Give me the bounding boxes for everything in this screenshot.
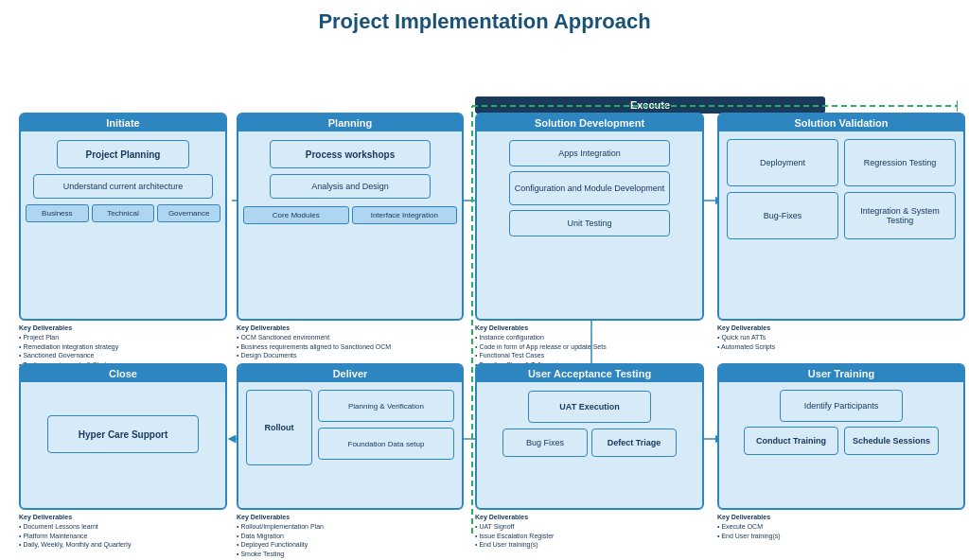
solution-validation-phase: Solution Validation Deployment Regressio… — [717, 113, 965, 321]
conduct-training-box: Conduct Training — [744, 427, 838, 455]
rollout-box: Rollout — [246, 390, 312, 465]
uat-execution-box: UAT Execution — [528, 391, 651, 423]
business-box: Business — [26, 204, 89, 222]
user-training-deliverables: Key Deliverables • Execute OCM • End Use… — [717, 513, 965, 540]
main-title: Project Implementation Approach — [11, 9, 958, 34]
technical-box: Technical — [92, 204, 155, 222]
close-header: Close — [21, 365, 225, 382]
diagram-area: Execute — [11, 42, 958, 534]
close-phase: Close Hyper Care Support — [19, 363, 227, 510]
deliver-deliverables: Key Deliverables • Rollout/Implementatio… — [237, 513, 464, 559]
planning-phase: Planning Process workshops Analysis and … — [237, 113, 464, 321]
execute-banner: Execute — [475, 96, 825, 114]
regression-testing-box: Regression Testing — [844, 139, 956, 186]
process-workshops-box: Process workshops — [270, 140, 431, 168]
governance-box: Governance — [157, 204, 220, 222]
solution-dev-phase: Solution Development Apps Integration Co… — [475, 113, 704, 321]
uat-header: User Acceptance Testing — [477, 365, 702, 382]
deliver-header: Deliver — [238, 365, 462, 382]
user-training-phase: User Training Identify Participants Cond… — [717, 363, 965, 510]
deliver-phase: Deliver Rollout Planning & Verification … — [237, 363, 464, 510]
apps-integration-box: Apps Integration — [509, 140, 670, 166]
solution-validation-header: Solution Validation — [719, 114, 963, 131]
interface-integration-box: Interface Integration — [352, 206, 458, 224]
integration-system-testing-box: Integration & System Testing — [844, 192, 956, 239]
page: Project Implementation Approach Execute — [0, 0, 969, 560]
bug-fixes-validation-box: Bug-Fixes — [727, 192, 838, 239]
schedule-sessions-box: Schedule Sessions — [844, 427, 939, 455]
deployment-box: Deployment — [727, 139, 838, 186]
analysis-design-box: Analysis and Design — [270, 174, 431, 199]
identify-participants-box: Identify Participants — [780, 390, 903, 422]
initiate-phase: Initiate Project Planning Understand cur… — [19, 113, 227, 321]
bug-fixes-uat-box: Bug Fixes — [502, 429, 588, 457]
uat-phase: User Acceptance Testing UAT Execution Bu… — [475, 363, 704, 510]
defect-triage-box: Defect Triage — [591, 429, 677, 457]
close-deliverables: Key Deliverables • Document Lessons lear… — [19, 513, 227, 550]
config-module-dev-box: Configuration and Module Development — [509, 171, 670, 205]
solution-validation-deliverables: Key Deliverables • Quick run ATTs • Auto… — [717, 324, 965, 351]
initiate-header: Initiate — [21, 114, 225, 131]
hyper-care-support-box: Hyper Care Support — [47, 415, 199, 453]
planning-deliverables: Key Deliverables • OCM Sanctioned enviro… — [237, 324, 464, 360]
planning-verification-box: Planning & Verification — [318, 390, 454, 422]
understand-arch-box: Understand current architecture — [33, 174, 213, 199]
solution-dev-header: Solution Development — [477, 114, 702, 131]
uat-deliverables: Key Deliverables • UAT Signoff • Issue E… — [475, 513, 704, 550]
unit-testing-box: Unit Testing — [509, 210, 670, 236]
planning-sub-row: Core Modules Interface Integration — [243, 206, 457, 224]
foundation-data-setup-box: Foundation Data setup — [318, 428, 454, 460]
governance-row: Business Technical Governance — [26, 204, 220, 222]
core-modules-box: Core Modules — [243, 206, 349, 224]
user-training-header: User Training — [719, 365, 963, 382]
planning-header: Planning — [238, 114, 462, 131]
project-planning-box: Project Planning — [57, 140, 189, 168]
